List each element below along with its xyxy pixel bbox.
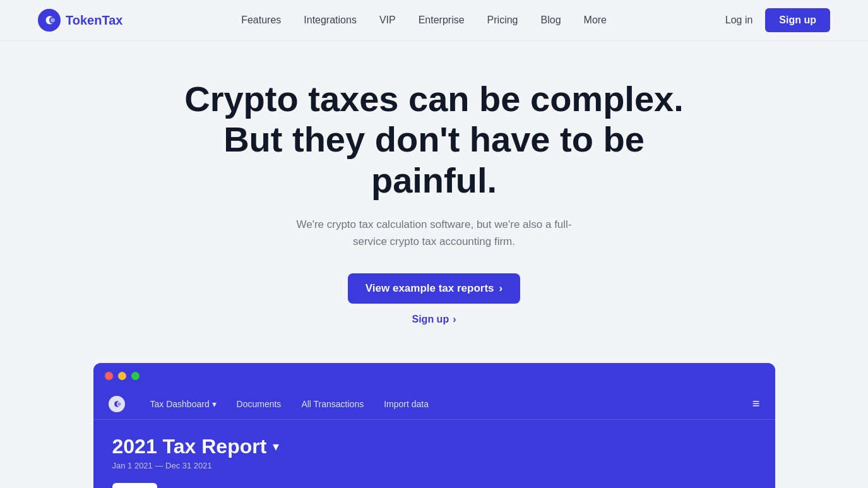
report-tab-bar: FIFO LIFO Minimization Recalculate Data xyxy=(112,483,756,488)
hero-headline-line2: But they don't have to be painful. xyxy=(223,119,645,199)
dashboard-nav-documents[interactable]: Documents xyxy=(227,389,292,419)
nav-integrations[interactable]: Integrations xyxy=(304,15,357,25)
dashboard-nav-import-data[interactable]: Import data xyxy=(374,389,439,419)
tab-minimization[interactable]: Minimization xyxy=(203,483,277,488)
cta-secondary-label: Sign up xyxy=(412,314,449,325)
svg-point-1 xyxy=(51,18,55,22)
report-title-row: 2021 Tax Report ▾ xyxy=(112,435,756,458)
view-example-reports-button[interactable]: View example tax reports › xyxy=(348,273,520,304)
dashboard-preview: Tax Dashboard ▾ Documents All Transactio… xyxy=(93,363,775,488)
nav-actions: Log in Sign up xyxy=(725,8,830,32)
nav-links: Features Integrations VIP Enterprise Pri… xyxy=(241,15,607,26)
cta-primary-label: View example tax reports xyxy=(366,282,494,295)
hamburger-icon[interactable]: ≡ xyxy=(752,396,760,411)
logo-link[interactable]: TokenTax xyxy=(38,9,122,32)
dashboard-logo-icon xyxy=(109,396,125,412)
tab-fifo[interactable]: FIFO xyxy=(112,483,158,488)
login-button[interactable]: Log in xyxy=(725,15,753,26)
nav-more[interactable]: More xyxy=(584,15,607,25)
svg-point-3 xyxy=(117,402,121,405)
tab-lifo[interactable]: LIFO xyxy=(157,483,202,488)
window-dot-yellow xyxy=(118,372,126,380)
dashboard-nav: Tax Dashboard ▾ Documents All Transactio… xyxy=(93,389,775,420)
logo-text: TokenTax xyxy=(66,13,122,28)
hero-subtext: We're crypto tax calculation software, b… xyxy=(283,216,586,250)
nav-enterprise[interactable]: Enterprise xyxy=(419,15,465,25)
main-nav: TokenTax Features Integrations VIP Enter… xyxy=(0,0,868,41)
window-dot-red xyxy=(105,372,113,380)
signup-button-hero[interactable]: Sign up › xyxy=(412,314,456,325)
signup-button-nav[interactable]: Sign up xyxy=(765,8,830,32)
cta-secondary-chevron: › xyxy=(453,314,456,325)
hero-section: Crypto taxes can be complex. But they do… xyxy=(0,41,868,350)
dashboard-nav-all-transactions[interactable]: All Transactions xyxy=(291,389,374,419)
window-controls xyxy=(93,363,775,389)
dashboard-logo xyxy=(109,390,125,419)
nav-features[interactable]: Features xyxy=(241,15,281,25)
nav-vip[interactable]: VIP xyxy=(379,15,396,25)
nav-blog[interactable]: Blog xyxy=(541,15,561,25)
report-title: 2021 Tax Report xyxy=(112,435,267,458)
window-dot-green xyxy=(131,372,140,380)
report-title-chevron[interactable]: ▾ xyxy=(273,439,279,454)
logo-icon xyxy=(38,9,61,32)
cta-primary-chevron: › xyxy=(499,282,503,295)
dashboard-nav-links: Tax Dashboard ▾ Documents All Transactio… xyxy=(140,389,752,419)
hero-headline: Crypto taxes can be complex. But they do… xyxy=(175,79,693,201)
report-date: Jan 1 2021 — Dec 31 2021 xyxy=(112,461,756,470)
dashboard-body: 2021 Tax Report ▾ Jan 1 2021 — Dec 31 20… xyxy=(93,420,775,488)
hero-headline-line1: Crypto taxes can be complex. xyxy=(184,79,684,119)
nav-pricing[interactable]: Pricing xyxy=(487,15,518,25)
dashboard-nav-tax-dashboard[interactable]: Tax Dashboard ▾ xyxy=(140,389,227,419)
